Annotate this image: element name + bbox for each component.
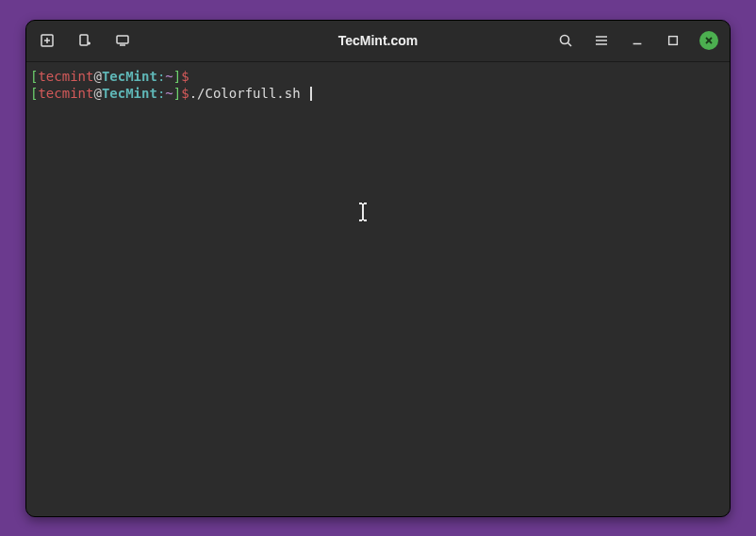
prompt-host: TecMint	[102, 86, 157, 101]
titlebar-right-controls	[556, 31, 718, 50]
prompt-path: ~	[165, 86, 173, 101]
new-tab-icon[interactable]	[38, 31, 57, 50]
window-title: TecMint.com	[338, 33, 419, 48]
prompt-dollar: $	[181, 69, 189, 84]
close-icon[interactable]	[699, 31, 718, 50]
search-icon[interactable]	[556, 31, 575, 50]
prompt-path: ~	[165, 69, 173, 84]
prompt-user: tecmint	[38, 69, 93, 84]
terminal-window: TecMint.com	[25, 20, 731, 517]
prompt-at: @	[93, 86, 101, 101]
prompt-user: tecmint	[38, 86, 93, 101]
text-cursor	[310, 87, 312, 101]
terminal-line: [tecmint@TecMint:~]$./Colorfull.sh	[30, 85, 726, 102]
command-text: ./Colorfull.sh	[189, 86, 308, 101]
hamburger-menu-icon[interactable]	[592, 31, 611, 50]
svg-rect-3	[80, 35, 88, 45]
prompt-close-bracket: ]	[173, 69, 181, 84]
terminal-body[interactable]: [tecmint@TecMint:~]$ [tecmint@TecMint:~]…	[26, 62, 730, 516]
prompt-at: @	[93, 69, 101, 84]
svg-point-7	[561, 36, 569, 44]
terminal-line: [tecmint@TecMint:~]$	[30, 68, 726, 85]
prompt-dollar: $	[181, 86, 189, 101]
new-window-icon[interactable]	[75, 31, 94, 50]
mouse-ibeam-cursor	[356, 202, 370, 226]
svg-rect-6	[117, 36, 128, 43]
minimize-icon[interactable]	[628, 31, 647, 50]
svg-rect-13	[669, 37, 678, 45]
titlebar-left-controls	[38, 31, 132, 50]
svg-line-8	[568, 43, 572, 47]
maximize-icon[interactable]	[664, 31, 682, 50]
prompt-close-bracket: ]	[173, 86, 181, 101]
titlebar: TecMint.com	[26, 21, 730, 62]
screen-icon[interactable]	[113, 31, 132, 50]
prompt-host: TecMint	[102, 69, 157, 84]
